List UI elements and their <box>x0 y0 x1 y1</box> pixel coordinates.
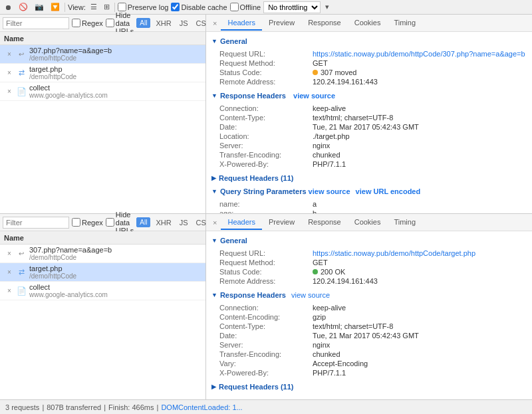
list-item-2-1[interactable]: × ↩ 307.php?name=a&age=b /demo/httpCode <box>0 245 205 263</box>
close-icon-1-1[interactable]: × <box>4 49 15 60</box>
prop-row: Date:Tue, 21 Mar 2017 05:42:43 GMT <box>219 122 527 132</box>
request-headers-section-header-2[interactable]: Request Headers (11) <box>211 380 527 393</box>
tab-response-2[interactable]: Response <box>301 215 348 230</box>
prop-row: Request URL: https://static.noway.pub/de… <box>219 249 527 258</box>
tab-close-1[interactable]: × <box>209 17 221 30</box>
prop-val: GET <box>313 259 328 266</box>
tabs-bar-1: × Headers Preview Response Cookies Timin… <box>206 15 532 32</box>
throttle-arrow[interactable]: ▾ <box>323 2 331 12</box>
filter-input-2[interactable] <box>3 217 69 229</box>
prop-row: Content-Encoding:gzip <box>219 312 527 322</box>
pick-btn[interactable]: 📷 <box>33 2 46 12</box>
list-item-1-1[interactable]: × ↩ 307.php?name=a&age=b /demo/httpCode <box>0 45 205 64</box>
separator1 <box>65 3 65 12</box>
general-arrow-1 <box>211 38 217 45</box>
tab-cookies-1[interactable]: Cookies <box>348 16 388 31</box>
list-item-1-2[interactable]: × ⇄ target.php /demo/httpCode <box>0 64 205 82</box>
tab-cookies-2[interactable]: Cookies <box>348 215 388 230</box>
close-icon-2-2[interactable]: × <box>4 267 15 278</box>
item-name-1-1: 307.php?name=a&age=b <box>29 47 112 54</box>
prop-key: Transfer-Encoding: <box>219 151 313 159</box>
detail-panel-1: × Headers Preview Response Cookies Timin… <box>206 15 532 213</box>
prop-row: Remote Address: 120.24.194.161:443 <box>219 77 527 86</box>
view-url-encoded-link-1[interactable]: view URL encoded <box>356 187 421 195</box>
view-list-btn[interactable]: ☰ <box>88 2 99 12</box>
tab-preview-2[interactable]: Preview <box>262 215 301 230</box>
bottom-bar: 3 requests | 807B transferred | Finish: … <box>0 399 532 414</box>
query-string-label-1: Query String Parameters <box>220 187 307 195</box>
regex-label-2[interactable]: Regex <box>72 218 103 227</box>
dom-content-loaded-link[interactable]: DOMContentLoaded: 1... <box>161 403 242 411</box>
prop-val: ./target.php <box>313 132 350 140</box>
list-item-2-3[interactable]: × 📄 collect www.google-analytics.com <box>0 282 205 300</box>
request-headers-section-header-1[interactable]: Request Headers (11) <box>211 171 527 185</box>
separator-dot3: | <box>157 403 159 411</box>
tab-timing-1[interactable]: Timing <box>387 16 422 31</box>
tab-response-1[interactable]: Response <box>301 16 348 31</box>
view-source-link-2[interactable]: view source <box>291 291 330 299</box>
filter-input-1[interactable] <box>3 17 69 29</box>
prop-key: Request URL: <box>219 50 313 58</box>
regex-label-1[interactable]: Regex <box>72 19 103 27</box>
tab-timing-2[interactable]: Timing <box>387 215 422 230</box>
prop-val: keep-alive <box>313 104 346 112</box>
prop-key: Connection: <box>219 304 313 312</box>
close-icon-2-3[interactable]: × <box>4 286 15 296</box>
js-btn-2[interactable]: JS <box>177 218 191 227</box>
close-icon-2-1[interactable]: × <box>4 249 15 259</box>
doc-icon-2-3: 📄 <box>16 286 27 296</box>
query-string-section-header-1[interactable]: Query String Parameters view source view… <box>211 185 527 198</box>
xhr-btn-1[interactable]: XHR <box>153 19 174 28</box>
preserve-log-label[interactable]: Preserve log <box>118 3 169 11</box>
record-btn[interactable]: ⏺ <box>3 3 14 12</box>
disable-cache-label[interactable]: Disable cache <box>171 3 227 11</box>
prop-key: Status Code: <box>219 268 313 276</box>
js-btn-1[interactable]: JS <box>177 19 191 28</box>
clear-btn[interactable]: 🚫 <box>17 2 30 12</box>
item-name-1-3: collect <box>29 84 108 92</box>
prop-val: text/html; charset=UTF-8 <box>313 114 393 122</box>
general-section-header-1[interactable]: General <box>211 35 527 48</box>
regex-checkbox-2[interactable] <box>72 218 80 227</box>
preserve-log-checkbox[interactable] <box>118 3 126 11</box>
prop-key: Remote Address: <box>219 277 313 285</box>
list-item-2-2[interactable]: × ⇄ target.php /demo/httpCode <box>0 263 205 282</box>
all-btn-2[interactable]: All <box>136 217 150 227</box>
regex-checkbox-1[interactable] <box>72 19 80 27</box>
prop-key: Server: <box>219 142 313 150</box>
filter-bar-2: Regex Hide data URLs All XHR JS CSS Img … <box>0 214 205 231</box>
prop-val-url-1: https://static.noway.pub/demo/httpCode/3… <box>313 50 525 58</box>
view-source-link-qs-1[interactable]: view source <box>309 187 350 195</box>
prop-row: X-Powered-By:PHP/7.1.1 <box>219 368 527 377</box>
hide-data-urls-checkbox-1[interactable] <box>106 19 114 27</box>
disable-cache-checkbox[interactable] <box>171 3 180 11</box>
list-item-1-3[interactable]: × 📄 collect www.google-analytics.com <box>0 82 205 101</box>
prop-key: Status Code: <box>219 68 313 76</box>
tab-headers-2[interactable]: Headers <box>221 215 262 230</box>
tab-headers-1[interactable]: Headers <box>221 16 262 31</box>
tab-preview-1[interactable]: Preview <box>262 16 301 31</box>
doc-icon-1-1: ↩ <box>16 49 27 60</box>
tab-close-2[interactable]: × <box>209 216 221 229</box>
view-source-link-1[interactable]: view source <box>293 92 335 100</box>
item-path-1-1: /demo/httpCode <box>29 54 112 62</box>
filter-btn[interactable]: 🔽 <box>49 2 62 12</box>
xhr-btn-2[interactable]: XHR <box>153 218 174 227</box>
all-btn-1[interactable]: All <box>136 18 150 28</box>
close-icon-1-2[interactable]: × <box>4 68 15 78</box>
prop-row: Status Code: 200 OK <box>219 267 527 276</box>
prop-row: Content-Type:text/html; charset=UTF-8 <box>219 322 527 331</box>
offline-checkbox[interactable] <box>230 3 239 11</box>
response-headers-section-header-2[interactable]: Response Headers view source <box>211 288 527 302</box>
prop-val-status-1: 307 moved <box>313 68 356 76</box>
close-icon-1-3[interactable]: × <box>4 86 15 97</box>
response-headers-section-header-1[interactable]: Response Headers view source <box>211 89 527 102</box>
status-dot-orange-1 <box>313 70 318 75</box>
separator-dot2: | <box>104 403 106 411</box>
prop-key: Server: <box>219 341 313 349</box>
general-section-header-2[interactable]: General <box>211 234 527 247</box>
offline-label[interactable]: Offline <box>230 3 261 11</box>
hide-data-urls-checkbox-2[interactable] <box>106 218 114 227</box>
throttling-select[interactable]: No throttling <box>263 1 321 13</box>
prop-row: Remote Address: 120.24.194.161:443 <box>219 276 527 286</box>
